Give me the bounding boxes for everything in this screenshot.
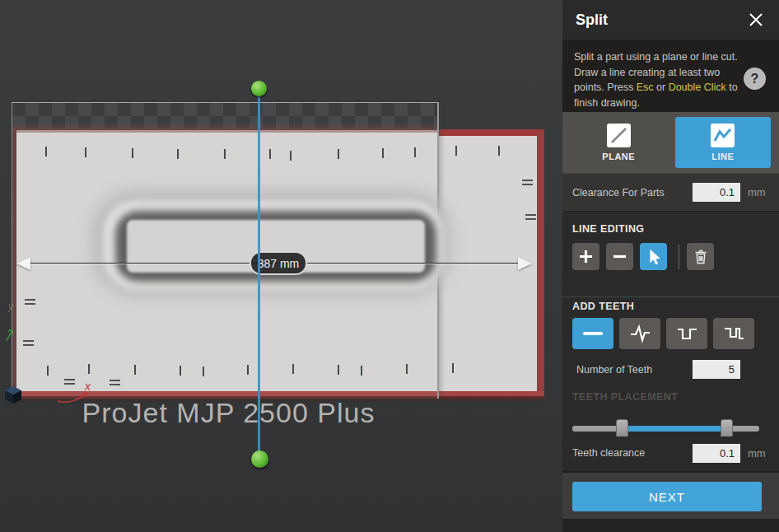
panel-header: Split — [562, 0, 779, 40]
measure-arrow-left-icon — [16, 257, 30, 270]
tick-mark — [177, 149, 179, 159]
line-mode-button[interactable]: LINE — [675, 117, 772, 168]
number-of-teeth-row: Number of Teeth — [572, 360, 769, 379]
description-text: Split a part using a plane or line cut. … — [574, 49, 739, 112]
tick-mark — [525, 214, 536, 220]
teeth-clearance-row: Teeth clearance mm — [562, 436, 779, 469]
tick-mark — [64, 379, 75, 385]
plane-icon — [607, 124, 631, 147]
remove-point-button[interactable] — [606, 243, 633, 270]
plane-mode-button[interactable]: PLANE — [571, 117, 667, 168]
line-icon — [711, 124, 735, 147]
y-axis-arrow-icon — [4, 326, 16, 343]
next-button[interactable]: NEXT — [572, 482, 762, 511]
tick-mark — [247, 365, 249, 375]
tick-mark — [406, 364, 408, 374]
teeth-clearance-unit-label: mm — [748, 447, 769, 460]
tick-mark — [224, 149, 226, 159]
clearance-unit-label: mm — [748, 186, 769, 198]
tick-mark — [382, 148, 384, 158]
platform-border-right — [537, 133, 544, 399]
split-panel: Split Split a part using a plane or line… — [562, 0, 779, 532]
tick-mark — [498, 146, 500, 156]
teeth-triangular-button[interactable] — [619, 318, 660, 349]
triangular-teeth-icon — [629, 324, 651, 344]
x-axis-label: x — [85, 380, 91, 393]
clearance-for-parts-input[interactable] — [693, 183, 740, 202]
teeth-shape-selector — [572, 318, 769, 349]
y-axis-label: y — [8, 301, 13, 312]
tick-mark — [180, 366, 181, 376]
delete-line-button[interactable] — [687, 243, 714, 270]
panel-bottom-strip — [562, 519, 779, 532]
measure-arrow-right-icon — [518, 257, 532, 270]
split-line-handle-bottom[interactable] — [251, 450, 268, 468]
panel-title: Split — [576, 12, 608, 29]
origin-cube-icon — [3, 385, 23, 404]
teeth-double-square-button[interactable] — [713, 318, 754, 349]
tick-mark — [132, 148, 133, 158]
checker-red-tint — [12, 123, 437, 130]
close-icon[interactable] — [746, 10, 766, 30]
tick-mark — [269, 149, 271, 159]
description-part2: or — [654, 82, 669, 93]
line-editing-toolbar — [572, 243, 769, 270]
clearance-for-parts-row: Clearance For Parts mm — [562, 173, 779, 212]
line-editing-title: LINE EDITING — [572, 223, 769, 235]
tick-mark — [290, 151, 292, 161]
teeth-clearance-input[interactable] — [693, 444, 740, 463]
tick-mark — [45, 147, 47, 156]
tick-mark — [455, 146, 457, 156]
clearance-for-parts-label: Clearance For Parts — [572, 187, 693, 198]
double-click-text: Double Click — [669, 82, 726, 93]
tick-mark — [110, 380, 120, 385]
teeth-square-button[interactable] — [666, 318, 707, 349]
double-square-teeth-icon — [723, 324, 745, 344]
plane-mode-label: PLANE — [602, 152, 635, 161]
esc-key-text: Esc — [637, 82, 654, 93]
slider-handle-left[interactable] — [616, 419, 628, 438]
tick-mark — [522, 180, 533, 185]
plus-icon — [578, 249, 594, 264]
number-of-teeth-label: Number of Teeth — [576, 364, 693, 376]
application-window: 387 mm ProJet MJP 2500 Plus x y Split — [0, 0, 779, 532]
cursor-icon — [645, 248, 663, 266]
add-teeth-section: ADD TEETH Number of Teeth — [562, 297, 779, 383]
straight-line-icon — [583, 332, 603, 335]
teeth-none-button[interactable] — [572, 318, 613, 349]
number-of-teeth-input[interactable] — [693, 360, 740, 379]
square-teeth-icon — [676, 324, 698, 344]
slider-handle-right[interactable] — [721, 419, 733, 438]
measurement-value: 387 mm — [258, 257, 300, 270]
teeth-placement-section: TEETH PLACEMENT — [562, 383, 779, 436]
toolbar-divider — [679, 245, 679, 269]
tick-mark — [88, 364, 90, 374]
tick-mark — [203, 366, 204, 376]
tick-mark — [25, 299, 35, 305]
tick-mark — [134, 365, 136, 375]
split-mode-selector: PLANE LINE — [562, 112, 779, 173]
tick-mark — [85, 147, 86, 157]
viewport-3d[interactable]: 387 mm ProJet MJP 2500 Plus x y — [0, 0, 562, 532]
tick-mark — [338, 365, 339, 375]
tick-mark — [452, 363, 454, 373]
tick-mark — [414, 147, 416, 157]
platform-border-top — [439, 129, 544, 136]
split-line-handle-top[interactable] — [251, 81, 267, 96]
help-icon[interactable]: ? — [744, 68, 766, 90]
tick-mark — [292, 364, 294, 374]
select-pointer-button[interactable] — [640, 243, 667, 270]
tick-mark — [47, 366, 49, 376]
line-editing-section: LINE EDITING — [562, 212, 779, 297]
tool-description: Split a part using a plane or line cut. … — [562, 40, 779, 112]
add-point-button[interactable] — [572, 243, 599, 270]
trash-icon — [693, 249, 709, 265]
tick-mark — [361, 366, 362, 376]
help-glyph: ? — [751, 72, 759, 86]
next-button-strip: NEXT — [562, 471, 779, 519]
minus-icon — [612, 249, 627, 264]
teeth-placement-title: TEETH PLACEMENT — [572, 391, 769, 403]
teeth-clearance-label: Teeth clearance — [572, 447, 693, 459]
slider-active-range — [623, 426, 727, 432]
add-teeth-title: ADD TEETH — [572, 301, 769, 312]
